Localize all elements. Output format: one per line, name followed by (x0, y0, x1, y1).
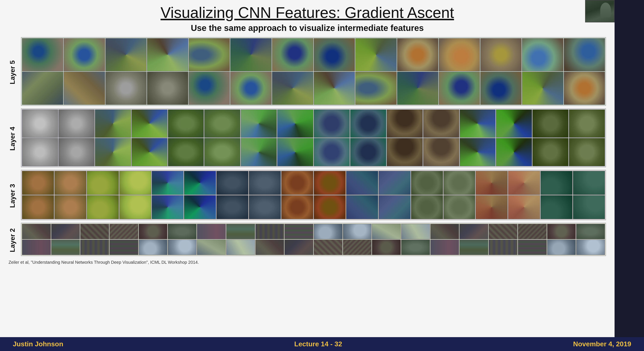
grid-cell (284, 224, 313, 239)
grid-cell (489, 224, 518, 239)
grid-cell (350, 110, 386, 138)
grid-cell (110, 224, 138, 239)
grid-cell (569, 110, 605, 138)
grid-cell (256, 240, 284, 255)
grid-cell (522, 72, 563, 105)
grid-cell (277, 110, 313, 138)
grid-cell (132, 110, 168, 138)
grid-cell (508, 171, 540, 195)
grid-cell (87, 171, 119, 195)
grid-cell (314, 224, 342, 239)
layer-3-grid (22, 171, 605, 219)
grid-cell (106, 38, 146, 71)
slide-area: Visualizing CNN Features: Gradient Ascen… (0, 0, 614, 337)
layers-container: Layer 5 Layer 4 Layer 3 Layer 2 (8, 37, 606, 258)
grid-cell (397, 38, 438, 71)
layer-3-label: Layer 3 (8, 184, 19, 208)
grid-cell (197, 240, 226, 255)
grid-cell (547, 224, 576, 239)
grid-cell (355, 72, 396, 105)
layer-5-box (21, 37, 606, 106)
grid-cell (64, 38, 105, 71)
grid-cell (168, 138, 204, 166)
grid-cell (277, 138, 313, 166)
grid-cell (480, 72, 522, 105)
grid-cell (54, 171, 86, 195)
grid-cell (387, 110, 423, 138)
grid-cell (216, 171, 248, 195)
layer-2-grid (22, 224, 605, 255)
grid-cell (152, 195, 184, 219)
grid-cell (518, 240, 547, 255)
grid-cell (346, 171, 378, 195)
grid-cell (139, 224, 168, 239)
grid-cell (508, 195, 540, 219)
grid-cell (314, 138, 350, 166)
grid-cell (54, 195, 86, 219)
grid-cell (573, 171, 605, 195)
grid-cell (532, 138, 568, 166)
grid-cell (496, 110, 532, 138)
grid-cell (119, 171, 151, 195)
grid-cell (281, 171, 313, 195)
grid-cell (314, 110, 350, 138)
lecture-info: Lecture 14 - 32 (294, 340, 342, 348)
webcam-figure (586, 0, 614, 22)
grid-cell (460, 224, 488, 239)
layer-4-row: Layer 4 (8, 108, 606, 169)
grid-cell (249, 195, 281, 219)
grid-cell (22, 240, 51, 255)
slide-title-text: Visualizing CNN Features: Gradient (160, 4, 407, 21)
grid-cell (22, 72, 63, 105)
grid-cell (230, 72, 272, 105)
grid-cell (401, 240, 430, 255)
layer-5-row: Layer 5 (8, 37, 606, 108)
layer-4-box (21, 108, 606, 167)
grid-cell (397, 72, 438, 105)
lecture-date: November 4, 2019 (573, 340, 631, 348)
grid-cell (401, 224, 430, 239)
grid-cell (241, 138, 277, 166)
grid-cell (80, 240, 109, 255)
grid-cell (346, 195, 378, 219)
grid-cell (489, 240, 518, 255)
grid-cell (95, 138, 131, 166)
grid-cell (439, 38, 480, 71)
grid-cell (480, 38, 522, 71)
grid-cell (411, 171, 443, 195)
grid-cell (540, 195, 572, 219)
grid-cell (189, 38, 230, 71)
grid-cell (350, 138, 386, 166)
grid-cell (460, 110, 496, 138)
grid-cell (204, 110, 240, 138)
grid-cell (51, 240, 80, 255)
grid-cell (168, 110, 204, 138)
grid-cell (460, 138, 496, 166)
grid-cell (249, 171, 281, 195)
layer-3-row: Layer 3 (8, 170, 606, 222)
grid-cell (496, 138, 532, 166)
grid-cell (314, 38, 355, 71)
grid-cell (64, 72, 105, 105)
grid-cell (343, 240, 372, 255)
webcam-overlay (585, 0, 614, 22)
grid-cell (532, 110, 568, 138)
grid-cell (576, 240, 605, 255)
grid-cell (576, 224, 605, 239)
layer-2-row: Layer 2 (8, 223, 606, 258)
grid-cell (569, 138, 605, 166)
grid-cell (226, 224, 255, 239)
grid-cell (281, 195, 313, 219)
grid-cell (439, 72, 480, 105)
grid-cell (256, 224, 284, 239)
grid-cell (272, 38, 313, 71)
grid-cell (230, 38, 272, 71)
grid-cell (444, 171, 476, 195)
layer-5-label: Layer 5 (8, 60, 19, 84)
grid-cell (476, 195, 508, 219)
slide-title-underline: Ascent (407, 4, 454, 21)
grid-cell (423, 110, 459, 138)
grid-cell (272, 72, 313, 105)
grid-cell (411, 195, 443, 219)
grid-cell (58, 138, 94, 166)
